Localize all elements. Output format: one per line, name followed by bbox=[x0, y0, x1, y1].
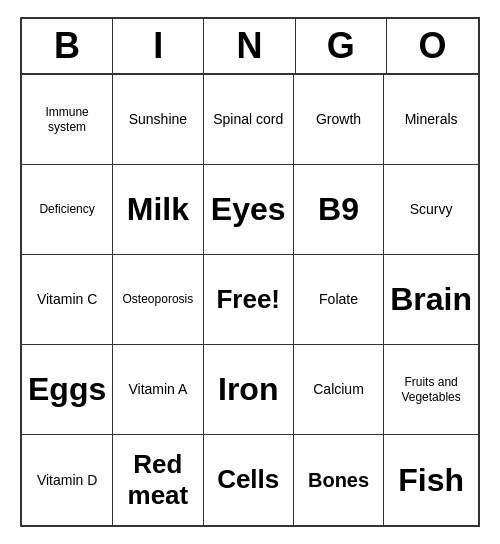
cell-text: Bones bbox=[308, 468, 369, 492]
bingo-cell: Bones bbox=[294, 435, 384, 525]
cell-text: Minerals bbox=[405, 111, 458, 128]
bingo-cell: Deficiency bbox=[22, 165, 113, 255]
cell-text: Deficiency bbox=[39, 202, 94, 216]
bingo-cell: Spinal cord bbox=[204, 75, 294, 165]
bingo-cell: Vitamin C bbox=[22, 255, 113, 345]
bingo-cell: Scurvy bbox=[384, 165, 478, 255]
bingo-cell: Vitamin D bbox=[22, 435, 113, 525]
bingo-cell: Free! bbox=[204, 255, 294, 345]
bingo-cell: Growth bbox=[294, 75, 384, 165]
bingo-cell: Cells bbox=[204, 435, 294, 525]
cell-text: Fruits and Vegetables bbox=[390, 375, 472, 404]
cell-text: Scurvy bbox=[410, 201, 453, 218]
cell-text: Fish bbox=[398, 461, 464, 499]
cell-text: Osteoporosis bbox=[123, 292, 194, 306]
cell-text: Sunshine bbox=[129, 111, 187, 128]
header-letter: I bbox=[113, 19, 204, 73]
cell-text: Milk bbox=[127, 190, 189, 228]
cell-text: Immune system bbox=[28, 105, 106, 134]
bingo-cell: Minerals bbox=[384, 75, 478, 165]
bingo-cell: Fruits and Vegetables bbox=[384, 345, 478, 435]
cell-text: Eyes bbox=[211, 190, 286, 228]
cell-text: Vitamin D bbox=[37, 472, 97, 489]
bingo-cell: Eyes bbox=[204, 165, 294, 255]
bingo-cell: Brain bbox=[384, 255, 478, 345]
bingo-cell: Osteoporosis bbox=[113, 255, 203, 345]
cell-text: Calcium bbox=[313, 381, 364, 398]
cell-text: Growth bbox=[316, 111, 361, 128]
cell-text: Cells bbox=[217, 464, 279, 495]
cell-text: Vitamin C bbox=[37, 291, 97, 308]
cell-text: Vitamin A bbox=[128, 381, 187, 398]
header-letter: N bbox=[204, 19, 295, 73]
cell-text: Spinal cord bbox=[213, 111, 283, 128]
cell-text: Brain bbox=[390, 280, 472, 318]
bingo-cell: Eggs bbox=[22, 345, 113, 435]
bingo-cell: Calcium bbox=[294, 345, 384, 435]
bingo-cell: Folate bbox=[294, 255, 384, 345]
header-letter: B bbox=[22, 19, 113, 73]
bingo-card: BINGO Immune systemSunshineSpinal cordGr… bbox=[20, 17, 480, 527]
cell-text: Eggs bbox=[28, 370, 106, 408]
bingo-cell: Iron bbox=[204, 345, 294, 435]
bingo-cell: Red meat bbox=[113, 435, 203, 525]
bingo-cell: Milk bbox=[113, 165, 203, 255]
bingo-cell: Sunshine bbox=[113, 75, 203, 165]
bingo-cell: Vitamin A bbox=[113, 345, 203, 435]
header-letter: G bbox=[296, 19, 387, 73]
bingo-grid: Immune systemSunshineSpinal cordGrowthMi… bbox=[22, 75, 478, 525]
cell-text: B9 bbox=[318, 190, 359, 228]
bingo-cell: Immune system bbox=[22, 75, 113, 165]
cell-text: Folate bbox=[319, 291, 358, 308]
header-letter: O bbox=[387, 19, 478, 73]
cell-text: Free! bbox=[216, 284, 280, 315]
bingo-header: BINGO bbox=[22, 19, 478, 75]
bingo-cell: B9 bbox=[294, 165, 384, 255]
cell-text: Iron bbox=[218, 370, 278, 408]
cell-text: Red meat bbox=[119, 449, 196, 511]
bingo-cell: Fish bbox=[384, 435, 478, 525]
